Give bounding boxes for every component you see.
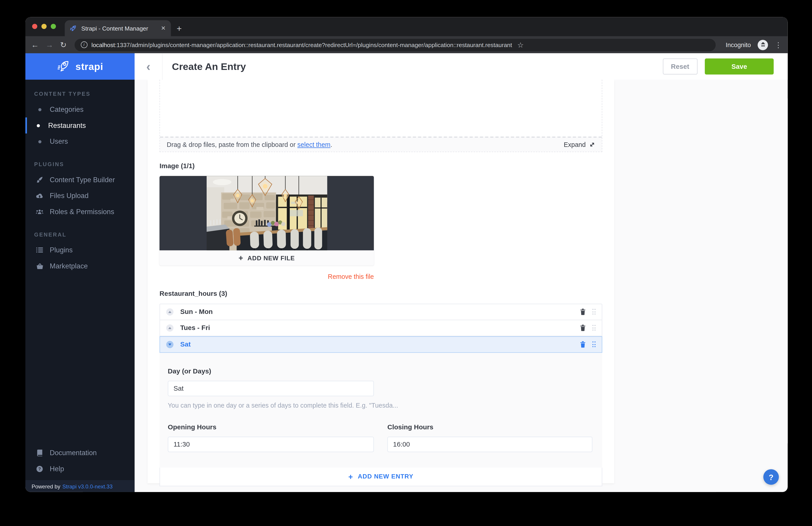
sidebar-nav: CONTENT TYPES Categories Restaurants Use… [25,80,134,445]
delete-entry-icon[interactable] [580,341,585,348]
expand-label: Expand [564,141,586,148]
sidebar-item-label: Content Type Builder [49,176,115,183]
bookmark-star-icon[interactable]: ☆ [517,41,524,49]
sidebar-item-users[interactable]: Users [25,134,134,150]
users-group-icon [36,209,44,214]
collapse-toggle-icon[interactable] [166,324,174,332]
window-controls[interactable] [32,24,56,29]
question-circle-icon: ? [36,466,44,472]
section-title-general: GENERAL [25,231,134,237]
hours-row-label: Sun - Mon [180,308,580,316]
file-dropzone[interactable]: Drag & drop files, paste from the clipbo… [160,80,602,152]
sidebar-item-categories[interactable]: Categories [25,101,134,118]
back-icon[interactable]: ← [31,41,39,49]
opening-hours-input[interactable] [168,436,374,452]
app-header: ‹ Create An Entry Reset Save [134,53,787,80]
drag-handle-icon[interactable] [592,342,596,347]
help-fab-button[interactable]: ? [763,469,779,485]
collapse-toggle-icon[interactable] [166,308,174,316]
dropzone-message: Drag & drop files, paste from the clipbo… [167,141,332,148]
svg-text:?: ? [38,466,41,471]
tab-close-icon[interactable]: ✕ [161,25,165,32]
day-field-label: Day (or Days) [168,367,594,375]
sidebar-item-label: Categories [49,105,83,113]
strapi-logo[interactable]: strapi [25,53,134,80]
collapse-toggle-icon[interactable] [166,341,174,348]
dropzone-area[interactable] [160,80,602,136]
select-them-link[interactable]: select them [297,141,330,148]
closing-hours-input[interactable] [388,436,593,452]
sidebar-item-help[interactable]: ? Help [25,461,134,477]
sidebar-item-marketplace[interactable]: Marketplace [25,258,134,274]
sidebar-item-files-upload[interactable]: Files Upload [25,188,134,204]
drag-handle-icon[interactable] [592,309,596,315]
day-input[interactable] [168,380,374,396]
browser-tab[interactable]: Strapi - Content Manager ✕ [65,20,171,36]
expand-control[interactable]: Expand [564,141,595,148]
url-text: localhost:1337/admin/plugins/content-man… [91,42,512,48]
remove-this-file-link[interactable]: Remove this file [160,273,374,281]
restaurant-photo-image [206,176,327,250]
delete-entry-icon[interactable] [580,325,585,331]
save-button[interactable]: Save [705,58,774,74]
close-window-button[interactable] [32,24,38,29]
basket-icon [36,263,44,269]
hours-row-tues-fri[interactable]: Tues - Fri [160,320,602,336]
add-new-entry-button[interactable]: + ADD NEW ENTRY [160,467,602,486]
sidebar-item-label: Help [49,465,64,473]
reset-button[interactable]: Reset [663,58,698,74]
dropzone-bar: Drag & drop files, paste from the clipbo… [160,136,602,151]
tab-title: Strapi - Content Manager [81,25,157,31]
bullet-icon [36,140,44,143]
dropzone-message-suffix: . [331,141,332,148]
new-tab-icon[interactable]: + [176,24,182,33]
hours-row-sat[interactable]: Sat [160,336,602,352]
browser-menu-icon[interactable]: ⋮ [774,41,782,49]
day-help-text: You can type in one day or a series of d… [168,402,594,409]
sidebar-item-roles-permissions[interactable]: Roles & Permissions [25,204,134,220]
image-card: + ADD NEW FILE [160,176,374,265]
logo-text: strapi [75,61,103,72]
sidebar-item-label: Documentation [49,449,97,457]
sidebar-item-documentation[interactable]: Documentation [25,445,134,461]
sidebar-item-label: Restaurants [48,122,86,129]
forward-icon[interactable]: → [45,41,53,49]
main-area: ‹ Create An Entry Reset Save Drag [134,53,787,492]
browser-toolbar: ← → ↻ i localhost:1337/admin/plugins/con… [25,36,788,53]
opening-hours-label: Opening Hours [168,423,374,431]
bullet-icon [34,124,42,127]
sidebar-item-label: Users [49,138,68,145]
closing-hours-label: Closing Hours [388,423,593,431]
sidebar-item-label: Roles & Permissions [49,208,114,216]
hours-row-label: Tues - Fri [180,324,580,332]
url-path: :1337/admin/plugins/content-manager/appl… [115,42,512,48]
section-title-plugins: PLUGINS [25,161,134,167]
add-new-file-button[interactable]: + ADD NEW FILE [160,250,374,265]
back-chevron-icon[interactable]: ‹ [134,61,162,72]
header-divider [162,53,162,80]
sidebar-item-restaurants[interactable]: Restaurants [25,118,134,134]
hours-row-label: Sat [180,341,580,348]
delete-entry-icon[interactable] [580,309,585,315]
opening-hours-field: Opening Hours [168,423,374,452]
image-field-label: Image (1/1) [160,162,602,169]
zoom-window-button[interactable] [51,24,56,29]
sidebar-item-plugins[interactable]: Plugins [25,242,134,258]
section-title-content-types: CONTENT TYPES [25,91,134,97]
sidebar-item-label: Plugins [49,246,72,254]
reload-icon[interactable]: ↻ [60,41,67,49]
strapi-favicon [70,25,77,32]
cloud-upload-icon [36,193,44,199]
sidebar-item-content-type-builder[interactable]: Content Type Builder [25,172,134,188]
site-info-icon[interactable]: i [81,42,87,48]
hours-row-sun-mon[interactable]: Sun - Mon [160,304,602,320]
minimize-window-button[interactable] [42,24,47,29]
closing-hours-field: Closing Hours [388,423,593,452]
sidebar-item-label: Files Upload [49,192,89,200]
drag-handle-icon[interactable] [592,325,596,331]
page-title: Create An Entry [172,61,663,72]
strapi-version-link[interactable]: Strapi v3.0.0-next.33 [62,483,112,489]
address-bar[interactable]: i localhost:1337/admin/plugins/content-m… [74,39,716,51]
bullet-icon [36,108,44,111]
expand-icon [589,142,595,147]
